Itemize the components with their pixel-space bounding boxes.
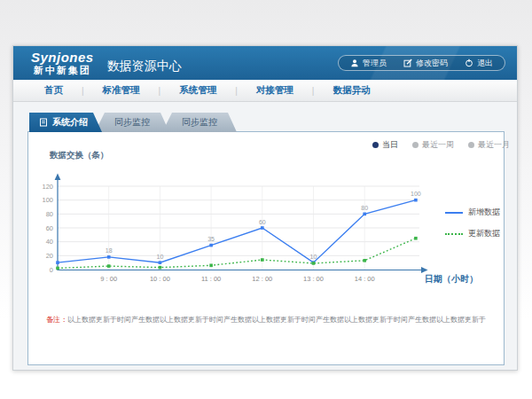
app-header: Synjones 新中新集团 数据资源中心 管理员修改密码退出 xyxy=(13,46,517,80)
data-point-label: 10 xyxy=(310,254,317,260)
page-background: Synjones 新中新集团 数据资源中心 管理员修改密码退出 首页|标准管理|… xyxy=(0,0,532,399)
tab-label: 同步监控 xyxy=(182,116,217,129)
data-point xyxy=(261,258,264,262)
legend-label: 新增数据 xyxy=(468,207,500,218)
x-axis-arrow-icon xyxy=(421,267,428,273)
footnote: 备注：以上数据更新于时间产生数据以上数据更新于时间产生数据以上数据更新于时间产生… xyxy=(37,315,495,325)
document-icon xyxy=(39,118,48,127)
edit-icon xyxy=(403,59,412,67)
range-option-label: 最近一月 xyxy=(478,139,510,151)
tab-label: 系统介绍 xyxy=(52,116,88,129)
main-navigation: 首页|标准管理|系统管理|对接管理|数据异动 xyxy=(13,80,517,102)
app-window: Synjones 新中新集团 数据资源中心 管理员修改密码退出 首页|标准管理|… xyxy=(12,45,518,371)
x-tick-label: 9 : 00 xyxy=(100,275,117,283)
range-option-3[interactable]: 最近一月 xyxy=(468,139,510,151)
data-point xyxy=(56,267,59,270)
data-point-label: 80 xyxy=(361,205,368,211)
data-point xyxy=(414,199,418,202)
line-chart: 0204060801001209 : 0010 : 0011 : 0012 : … xyxy=(31,166,430,299)
data-point xyxy=(107,255,111,259)
range-option-label: 当日 xyxy=(382,139,398,151)
tab-bar: 系统介绍同步监控同步监控 xyxy=(29,113,237,132)
y-tick-label: 0 xyxy=(50,266,53,274)
chart-legend: 新增数据更新数据 xyxy=(445,207,500,249)
tab-label: 同步监控 xyxy=(114,116,150,129)
data-point xyxy=(312,262,316,265)
data-point xyxy=(363,213,366,216)
nav-item-5[interactable]: 数据异动 xyxy=(314,84,388,97)
chart-panel: 当日最近一周最近一月 数据交换（条） 0204060801001209 : 00… xyxy=(27,131,505,365)
page-title: 数据资源中心 xyxy=(107,52,182,74)
data-point-label: 10 xyxy=(157,254,164,260)
x-tick-label: 11 : 00 xyxy=(201,275,221,283)
data-point xyxy=(414,237,418,240)
logout-icon xyxy=(465,59,473,67)
data-point-label: 100 xyxy=(411,191,421,197)
x-tick-label: 13 : 00 xyxy=(303,275,324,283)
legend-item-1[interactable]: 新增数据 xyxy=(445,207,500,218)
user-menu-item-1[interactable]: 管理员 xyxy=(350,58,387,69)
user-menu-item-2[interactable]: 修改密码 xyxy=(403,58,448,69)
tab-3[interactable]: 同步监控 xyxy=(162,113,237,132)
radio-dot-icon xyxy=(468,142,474,148)
nav-item-3[interactable]: 系统管理 xyxy=(160,84,235,97)
y-axis-title: 数据交换（条） xyxy=(50,150,109,161)
footnote-text: 以上数据更新于时间产生数据以上数据更新于时间产生数据以上数据更新于时间产生数据以… xyxy=(67,316,486,324)
nav-item-4[interactable]: 对接管理 xyxy=(238,84,312,97)
radio-dot-icon xyxy=(372,142,379,148)
tab-1[interactable]: 系统介绍 xyxy=(29,113,102,132)
range-selector: 当日最近一周最近一月 xyxy=(372,139,510,151)
range-option-2[interactable]: 最近一周 xyxy=(412,139,454,151)
y-axis-arrow-icon xyxy=(55,174,61,181)
data-point xyxy=(107,264,111,268)
radio-dot-icon xyxy=(412,142,419,148)
logo-text-en: Synjones xyxy=(31,51,94,64)
y-tick-label: 40 xyxy=(46,238,53,246)
data-point xyxy=(363,259,366,262)
footnote-prefix: 备注： xyxy=(46,316,67,324)
nav-item-2[interactable]: 标准管理 xyxy=(84,84,159,97)
range-option-1[interactable]: 当日 xyxy=(372,139,398,151)
x-tick-label: 10 : 00 xyxy=(150,275,170,283)
legend-line-sample xyxy=(445,233,463,235)
y-tick-label: 80 xyxy=(46,210,53,218)
data-point xyxy=(261,226,264,230)
y-tick-label: 60 xyxy=(46,224,53,232)
legend-item-2[interactable]: 更新数据 xyxy=(445,228,500,239)
user-icon xyxy=(350,59,359,67)
user-menu-label: 修改密码 xyxy=(416,58,448,69)
data-point-label: 18 xyxy=(106,247,113,254)
data-point xyxy=(209,264,213,268)
user-menu: 管理员修改密码退出 xyxy=(338,55,505,71)
tab-2[interactable]: 同步监控 xyxy=(95,113,169,132)
data-point xyxy=(159,261,162,264)
data-point xyxy=(56,261,59,264)
x-tick-label: 12 : 00 xyxy=(252,275,272,283)
range-option-label: 最近一周 xyxy=(422,139,454,151)
logo-text-cn: 新中新集团 xyxy=(31,66,94,75)
x-axis-title: 日期（小时） xyxy=(425,273,478,286)
legend-line-sample xyxy=(445,212,463,214)
x-tick-label: 14 : 00 xyxy=(355,275,375,283)
nav-item-1[interactable]: 首页 xyxy=(26,84,82,97)
y-tick-label: 100 xyxy=(42,196,53,204)
data-point xyxy=(159,266,162,270)
content-area: 系统介绍同步监控同步监控 当日最近一周最近一月 数据交换（条） 02040608… xyxy=(13,102,517,370)
user-menu-item-3[interactable]: 退出 xyxy=(465,58,493,69)
data-point xyxy=(209,244,213,247)
y-tick-label: 120 xyxy=(42,183,53,191)
y-tick-label: 20 xyxy=(46,252,53,260)
user-menu-label: 管理员 xyxy=(363,58,387,69)
company-logo: Synjones 新中新集团 xyxy=(31,51,94,75)
legend-label: 更新数据 xyxy=(468,228,500,239)
user-menu-label: 退出 xyxy=(477,58,493,69)
data-point-label: 35 xyxy=(207,236,215,242)
data-point-label: 60 xyxy=(259,219,266,225)
